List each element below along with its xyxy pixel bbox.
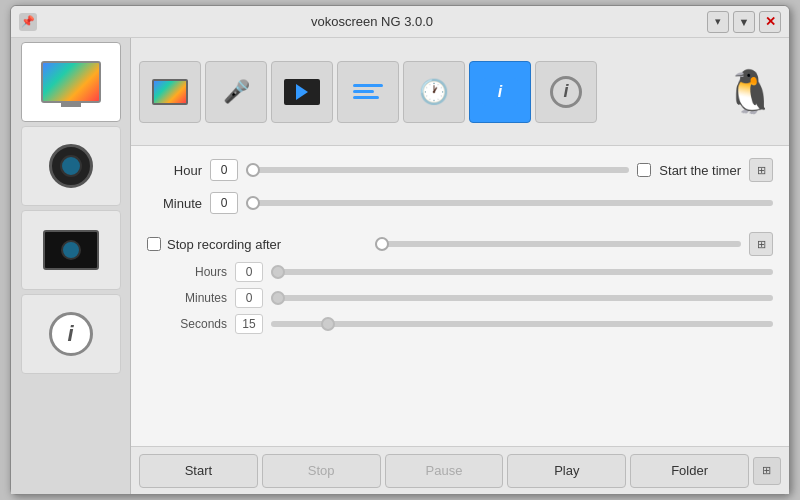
sidebar-item-screencast[interactable] (21, 210, 121, 290)
stop-info-button[interactable]: ⊞ (749, 232, 773, 256)
main-window: 📌 vokoscreen NG 3.0.0 ▾ ▼ ✕ (10, 5, 790, 495)
hours-sub-value: 0 (235, 262, 263, 282)
chat-i-icon: i (498, 83, 502, 101)
screencast-icon (43, 230, 99, 270)
hour-value: 0 (210, 159, 238, 181)
minimize-button[interactable]: ▼ (733, 11, 755, 33)
minute-label: Minute (147, 196, 202, 211)
webcam-lens-icon (60, 155, 82, 177)
pause-button[interactable]: Pause (385, 454, 504, 488)
start-timer-checkbox[interactable] (637, 163, 651, 177)
tab-chat[interactable]: i (469, 61, 531, 123)
stop-recording-checkbox[interactable] (147, 237, 161, 251)
pin-button[interactable]: 📌 (19, 13, 37, 31)
tab-settings[interactable] (337, 61, 399, 123)
minutes-sub-row: Minutes 0 (147, 288, 773, 308)
slider-line-2-icon (353, 90, 374, 93)
content-area: 🎤 🕐 (131, 38, 789, 494)
seconds-sub-row: Seconds 15 (147, 314, 773, 334)
webcam-icon (49, 144, 93, 188)
hour-label: Hour (147, 163, 202, 178)
mic-icon: 🎤 (223, 79, 250, 105)
folder-button[interactable]: Folder (630, 454, 749, 488)
minute-slider-track[interactable] (246, 200, 773, 206)
screen-mini-icon (152, 79, 188, 105)
hours-sub-track[interactable] (271, 269, 773, 275)
seconds-sub-value: 15 (235, 314, 263, 334)
minute-row: Minute 0 (147, 192, 773, 214)
hour-slider-thumb[interactable] (246, 163, 260, 177)
expand-button[interactable]: ⊞ (753, 457, 781, 485)
hours-label: Hours (167, 265, 227, 279)
sliders-icon (353, 84, 383, 99)
play-triangle-icon (296, 84, 308, 100)
clock-icon: 🕐 (419, 78, 449, 106)
seconds-label: Seconds (167, 317, 227, 331)
screencast-lens-icon (61, 240, 81, 260)
info-icon: i (49, 312, 93, 356)
tab-info[interactable]: i (535, 61, 597, 123)
stop-button[interactable]: Stop (262, 454, 381, 488)
tab-video[interactable] (271, 61, 333, 123)
hour-slider-track[interactable] (246, 167, 629, 173)
sidebar-item-screen[interactable] (21, 42, 121, 122)
hours-slider-track[interactable] (375, 241, 741, 247)
slider-line-3-icon (353, 96, 379, 99)
sidebar-item-info[interactable]: i (21, 294, 121, 374)
chat-active-icon: i (482, 78, 518, 106)
info-circle-icon: i (550, 76, 582, 108)
linux-tux-icon: 🐧 (719, 61, 781, 123)
start-timer-label: Start the timer (659, 163, 741, 178)
bottom-toolbar: Start Stop Pause Play Folder ⊞ (131, 446, 789, 494)
minutes-sub-thumb[interactable] (271, 291, 285, 305)
main-content: Hour 0 Start the timer ⊞ Minute 0 (131, 146, 789, 446)
screen-icon (41, 61, 101, 103)
minutes-label: Minutes (167, 291, 227, 305)
dropdown-button[interactable]: ▾ (707, 11, 729, 33)
play-button[interactable]: Play (507, 454, 626, 488)
toolbar: 🎤 🕐 (131, 38, 789, 146)
seconds-sub-track[interactable] (271, 321, 773, 327)
titlebar: 📌 vokoscreen NG 3.0.0 ▾ ▼ ✕ (11, 6, 789, 38)
main-area: i 🎤 (11, 38, 789, 494)
hour-row: Hour 0 Start the timer ⊞ (147, 158, 773, 182)
stop-header-row: Stop recording after ⊞ (147, 232, 773, 256)
stop-recording-label: Stop recording after (167, 237, 281, 252)
minutes-sub-value: 0 (235, 288, 263, 308)
hours-sub-row: Hours 0 (147, 262, 773, 282)
slider-line-1-icon (353, 84, 383, 87)
tab-screen[interactable] (139, 61, 201, 123)
sidebar-item-webcam[interactable] (21, 126, 121, 206)
hours-sub-thumb[interactable] (271, 265, 285, 279)
tab-timer[interactable]: 🕐 (403, 61, 465, 123)
window-title: vokoscreen NG 3.0.0 (37, 14, 707, 29)
start-button[interactable]: Start (139, 454, 258, 488)
minute-slider-thumb[interactable] (246, 196, 260, 210)
seconds-sub-thumb[interactable] (321, 317, 335, 331)
hours-slider-thumb[interactable] (375, 237, 389, 251)
timer-info-button[interactable]: ⊞ (749, 158, 773, 182)
sidebar: i (11, 38, 131, 494)
close-button[interactable]: ✕ (759, 11, 781, 33)
stop-recording-section: Stop recording after ⊞ Hours 0 (147, 232, 773, 334)
tab-mic[interactable]: 🎤 (205, 61, 267, 123)
minutes-sub-track[interactable] (271, 295, 773, 301)
minute-value: 0 (210, 192, 238, 214)
video-icon (284, 79, 320, 105)
window-controls: ▾ ▼ ✕ (707, 11, 781, 33)
